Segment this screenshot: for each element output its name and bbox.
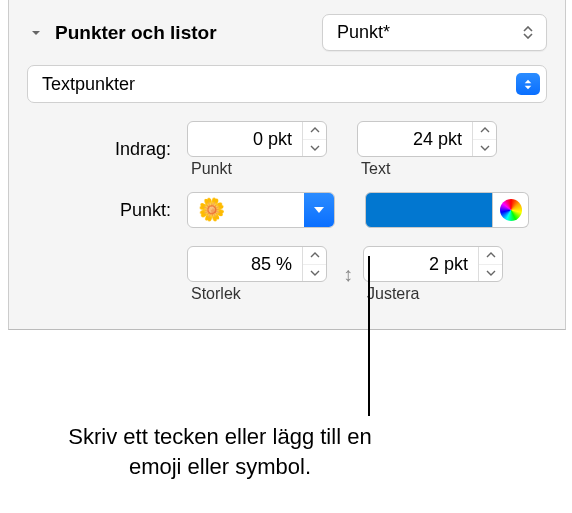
bullet-symbol-dropdown[interactable]: [304, 193, 334, 227]
text-indent-sublabel: Text: [361, 160, 390, 178]
step-down-icon[interactable]: [473, 140, 496, 157]
callout-line: [368, 256, 370, 416]
bullet-label: Punkt:: [27, 200, 187, 221]
bullet-indent-sublabel: Punkt: [191, 160, 232, 178]
bullet-type-value: Textpunkter: [42, 74, 135, 95]
step-up-icon[interactable]: [303, 247, 326, 265]
size-sublabel: Storlek: [191, 285, 241, 303]
bullet-indent-value[interactable]: 0 pkt: [188, 122, 302, 156]
text-indent-stepper[interactable]: 24 pkt: [357, 121, 497, 157]
color-picker-button[interactable]: [493, 192, 529, 228]
step-down-icon[interactable]: [303, 140, 326, 157]
vertical-align-icon: ↕: [343, 263, 353, 286]
bullet-color-well[interactable]: [365, 192, 493, 228]
step-up-icon[interactable]: [479, 247, 502, 265]
bullet-type-popup[interactable]: Textpunkter: [27, 65, 547, 103]
align-value[interactable]: 2 pkt: [364, 247, 478, 281]
callout-text: Skriv ett tecken eller lägg till en emoj…: [50, 422, 390, 481]
indent-label: Indrag:: [27, 139, 187, 160]
step-down-icon[interactable]: [303, 265, 326, 282]
bullet-symbol-select[interactable]: 🌼: [187, 192, 335, 228]
step-down-icon[interactable]: [479, 265, 502, 282]
size-value[interactable]: 85 %: [188, 247, 302, 281]
chevrons-icon: [520, 26, 536, 39]
size-stepper[interactable]: 85 %: [187, 246, 327, 282]
step-up-icon[interactable]: [473, 122, 496, 140]
section-title: Punkter och listor: [55, 22, 217, 44]
disclosure-toggle[interactable]: [27, 24, 45, 42]
step-up-icon[interactable]: [303, 122, 326, 140]
color-wheel-icon: [500, 199, 522, 221]
align-stepper[interactable]: 2 pkt: [363, 246, 503, 282]
align-sublabel: Justera: [367, 285, 419, 303]
list-style-popup[interactable]: Punkt*: [322, 14, 547, 51]
text-indent-value[interactable]: 24 pkt: [358, 122, 472, 156]
bullet-indent-stepper[interactable]: 0 pkt: [187, 121, 327, 157]
dropdown-icon: [516, 73, 540, 95]
list-style-value: Punkt*: [337, 22, 390, 43]
bullet-symbol-value: 🌼: [188, 197, 234, 223]
